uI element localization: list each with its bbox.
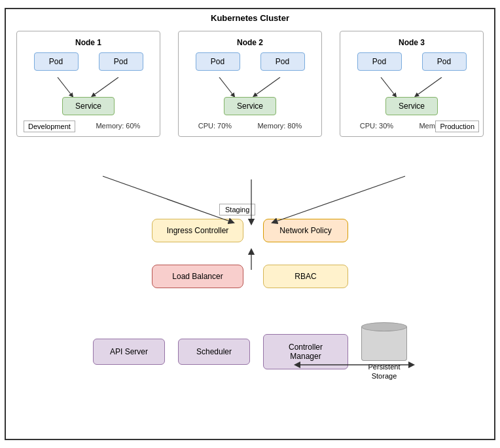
node-3-arrows-svg xyxy=(347,77,478,97)
node-2-label: Node 2 xyxy=(185,38,315,47)
node-3-cpu: CPU: 30% xyxy=(360,122,393,130)
cluster-title: Kubernetes Cluster xyxy=(6,9,494,26)
api-server: API Server xyxy=(93,339,165,365)
network-policy: Network Policy xyxy=(263,219,348,242)
ingress-controller: Ingress Controller xyxy=(152,219,243,242)
node-2-resources: CPU: 70% Memory: 80% xyxy=(185,122,315,130)
node-2-memory: Memory: 80% xyxy=(257,122,302,130)
node-1: Node 1 Pod Pod Ser xyxy=(16,31,160,137)
persistent-storage: PersistentStorage xyxy=(361,322,407,381)
node-1-pods: Pod Pod xyxy=(24,52,153,71)
kubernetes-cluster: Kubernetes Cluster Node 1 Pod Pod xyxy=(5,8,495,440)
svg-line-2 xyxy=(219,77,234,96)
svg-line-1 xyxy=(93,77,118,96)
node-1-pod-1: Pod xyxy=(34,52,79,71)
node-1-env: Development xyxy=(24,121,75,132)
node-2-service: Service xyxy=(224,97,276,115)
storage-body xyxy=(361,327,407,361)
node-2-arrows-svg xyxy=(185,77,316,97)
scheduler: Scheduler xyxy=(178,339,250,365)
svg-line-3 xyxy=(255,77,280,96)
node-2-pod-1: Pod xyxy=(196,52,240,71)
node-3-pod-2: Pod xyxy=(422,52,467,71)
nodes-row: Node 1 Pod Pod Ser xyxy=(6,26,494,137)
node-1-arrows-svg xyxy=(24,77,154,97)
node-3-env: Production xyxy=(435,121,479,132)
svg-line-4 xyxy=(381,77,395,96)
node-2-arrows xyxy=(185,77,315,97)
node-2: Node 2 Pod Pod Service CPU: 70% xyxy=(178,31,322,137)
node-3-label: Node 3 xyxy=(347,38,476,47)
controller-manager: Controller Manager xyxy=(263,334,348,369)
node-2-pod-2: Pod xyxy=(260,52,305,71)
node-3-service: Service xyxy=(385,97,438,115)
node-1-memory: Memory: 60% xyxy=(96,122,140,130)
node-3-pods: Pod Pod xyxy=(347,52,476,71)
network-row: Ingress Controller Network Policy xyxy=(6,219,494,242)
svg-line-6 xyxy=(103,176,232,222)
node-3-arrows xyxy=(347,77,476,97)
node-1-pod-2: Pod xyxy=(99,52,143,71)
rbac: RBAC xyxy=(263,265,348,288)
node-1-service: Service xyxy=(62,97,115,115)
storage-top xyxy=(361,322,407,331)
svg-line-5 xyxy=(416,77,442,96)
load-balancer: Load Balancer xyxy=(152,265,243,288)
staging-label: Staging xyxy=(219,204,255,215)
node-2-pods: Pod Pod xyxy=(185,52,315,71)
node-1-label: Node 1 xyxy=(24,38,153,47)
storage-label: PersistentStorage xyxy=(368,362,401,381)
svg-line-7 xyxy=(274,176,405,222)
lb-rbac-row: Load Balancer RBAC xyxy=(6,265,494,288)
node-3: Node 3 Pod Pod Service CPU: 30% xyxy=(340,31,484,137)
control-plane-row: API Server Scheduler Controller Manager … xyxy=(6,322,494,381)
node-3-pod-1: Pod xyxy=(357,52,402,71)
svg-line-0 xyxy=(58,77,72,96)
node-2-cpu: CPU: 70% xyxy=(198,122,232,130)
node-1-arrows xyxy=(24,77,153,97)
